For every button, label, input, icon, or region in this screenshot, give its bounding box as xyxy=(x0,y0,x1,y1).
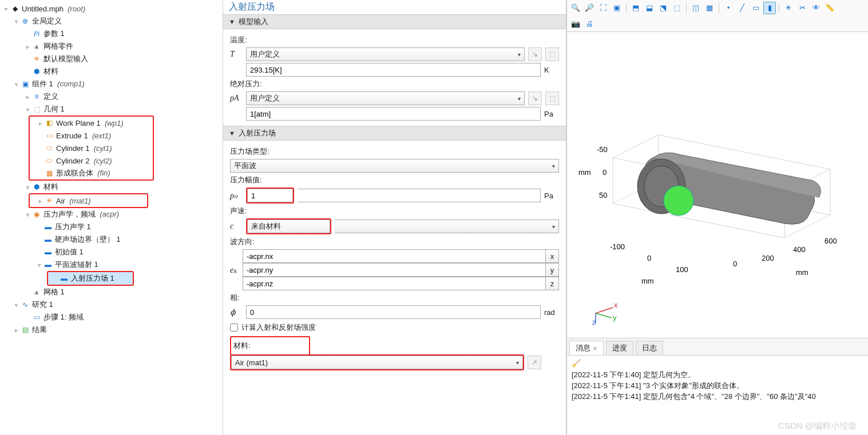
link-button[interactable]: ↘ xyxy=(528,91,542,105)
pA-input[interactable] xyxy=(246,107,541,121)
ftype-select[interactable]: 平面波▾ xyxy=(230,159,559,173)
tree-wp[interactable]: ▹ ◧ Work Plane 1 (wp1) xyxy=(30,117,153,129)
cylinder-icon: ⬭ xyxy=(45,143,54,153)
model-tree[interactable]: ▿ ◆ Untitled.mph (root) ▿ ⊕ 全局定义 Pi 参数 1… xyxy=(0,0,223,435)
close-icon[interactable]: × xyxy=(593,344,597,353)
physics-icon: ◉ xyxy=(32,210,41,219)
goto-button[interactable]: ↗ xyxy=(528,356,541,369)
tree-study[interactable]: ▿ ∿ 研究 1 xyxy=(0,298,223,311)
phi-input[interactable] xyxy=(246,305,541,319)
tree-materials[interactable]: ▿ ⬢ 材料 xyxy=(0,181,223,193)
file-icon: ◆ xyxy=(10,4,19,13)
tree-acpr[interactable]: ▿ ◉ 压力声学，频域 (acpr) xyxy=(0,208,223,221)
tree-materials-top[interactable]: ⬢ 材料 xyxy=(0,65,223,78)
zoom-out-icon[interactable]: 🔎 xyxy=(583,2,596,14)
message-body[interactable]: 🧹 [2022-11-5 下午1:40] 定型几何为空。 [2022-11-5 … xyxy=(567,356,868,435)
tree-defs[interactable]: ▹ ≡ 定义 xyxy=(0,90,223,103)
clip-icon[interactable]: ✂ xyxy=(796,2,808,14)
temp-select[interactable]: 用户定义▾ xyxy=(246,47,525,61)
expand-icon[interactable]: ▿ xyxy=(24,106,31,113)
calc-checkbox-row[interactable]: 计算入射和反射场强度 xyxy=(230,322,559,333)
redbox-c: 来自材料 xyxy=(246,218,331,234)
c-select-ext[interactable]: ▾ xyxy=(335,220,559,233)
ref-button[interactable]: ⬚ xyxy=(545,91,559,105)
temp-input[interactable] xyxy=(246,63,541,77)
tree-params[interactable]: Pi 参数 1 xyxy=(0,27,223,40)
zoom-in-icon[interactable]: 🔍 xyxy=(569,2,582,14)
svg-text:-50: -50 xyxy=(597,145,608,154)
tree-cyl2[interactable]: ⬭ Cylinder 2 (cyl2) xyxy=(30,154,153,167)
tree-step[interactable]: ▭ 步骤 1: 频域 xyxy=(0,311,223,324)
zoom-box-icon[interactable]: ▣ xyxy=(611,2,623,14)
tree-defmodel[interactable]: ✳ 默认模型输入 xyxy=(0,53,223,65)
tree-init[interactable]: ▬ 初始值 1 xyxy=(0,246,223,258)
svg-text:0: 0 xyxy=(603,168,607,177)
ekx-input[interactable] xyxy=(243,249,545,263)
tree-fin[interactable]: ▦ 形成联合体 (fin) xyxy=(30,167,153,179)
expand-icon[interactable]: ▹ xyxy=(37,197,43,204)
calc-checkbox[interactable] xyxy=(230,324,238,332)
tree-geom[interactable]: ▿ ⬚ 几何 1 xyxy=(0,103,223,115)
tree-pwr[interactable]: ▿ ▬ 平面波辐射 1 xyxy=(0,258,223,271)
select-point-icon[interactable]: • xyxy=(722,2,735,14)
ekz-input[interactable] xyxy=(243,277,545,290)
expand-icon[interactable]: ▹ xyxy=(24,93,31,100)
tree-wall[interactable]: ▬ 硬声场边界（壁） 1 xyxy=(0,233,223,246)
svg-point-8 xyxy=(664,186,693,215)
tab-progress[interactable]: 进度 xyxy=(606,341,633,355)
hide-icon[interactable]: 👁 xyxy=(810,2,822,14)
broom-icon[interactable]: 🧹 xyxy=(572,359,863,368)
zoom-extents-icon[interactable]: ⛶ xyxy=(597,2,609,14)
pA-select[interactable]: 用户定义▾ xyxy=(246,91,525,105)
measure-icon[interactable]: 📏 xyxy=(823,2,836,14)
tab-messages[interactable]: 消息 × xyxy=(569,341,604,355)
expand-icon[interactable]: ▿ xyxy=(24,211,31,218)
tree-mesh[interactable]: ▲ 网格 1 xyxy=(0,286,223,298)
eky-input[interactable] xyxy=(243,263,545,277)
wireframe-icon[interactable]: ▦ xyxy=(703,2,716,14)
tree-ipf[interactable]: ▬ 入射压力场 1 xyxy=(48,272,133,285)
view-xy-icon[interactable]: ⬒ xyxy=(629,2,642,14)
svg-text:50: 50 xyxy=(599,191,607,199)
p0-input-ext[interactable] xyxy=(298,189,541,202)
expand-icon[interactable]: ▿ xyxy=(2,5,9,12)
expand-icon[interactable]: ▿ xyxy=(24,183,31,190)
tab-log[interactable]: 日志 xyxy=(636,341,663,355)
view-yz-icon[interactable]: ⬓ xyxy=(643,2,656,14)
svg-text:100: 100 xyxy=(676,265,688,274)
expand-icon[interactable]: ▿ xyxy=(35,261,42,268)
camera-icon[interactable]: 📷 xyxy=(569,18,582,30)
ref-button[interactable]: ⬚ xyxy=(545,47,559,61)
tree-meshparts[interactable]: ▹ ▲ 网格零件 xyxy=(0,40,223,53)
select-boundary-icon[interactable]: ▭ xyxy=(750,2,762,14)
view-default-icon[interactable]: ⬚ xyxy=(671,2,683,14)
expand-icon[interactable]: ▿ xyxy=(13,81,19,87)
view-xz-icon[interactable]: ⬔ xyxy=(657,2,669,14)
scene-light-icon[interactable]: ☀ xyxy=(782,2,795,14)
mat-select[interactable]: Air (mat1)▾ xyxy=(231,356,523,369)
section-model-inputs[interactable]: ▼ 模型输入 xyxy=(223,14,566,29)
tree-root[interactable]: ▿ ◆ Untitled.mph (root) xyxy=(0,2,223,15)
expand-icon[interactable]: ▹ xyxy=(24,43,31,50)
tree-ext[interactable]: ▭ Extrude 1 (ext1) xyxy=(30,129,153,142)
tree-comp[interactable]: ▿ ▣ 组件 1 (comp1) xyxy=(0,78,223,90)
tree-air[interactable]: ▹ ✳ Air (mat1) xyxy=(30,194,147,207)
c-select[interactable]: 来自材料 xyxy=(247,220,330,233)
expand-icon[interactable]: ▹ xyxy=(37,119,43,126)
tree-results[interactable]: ▹ ▤ 结果 xyxy=(0,324,223,336)
print-icon[interactable]: 🖨 xyxy=(583,18,596,30)
p0-input[interactable] xyxy=(247,189,293,202)
select-edge-icon[interactable]: ╱ xyxy=(736,2,748,14)
axis-x: x xyxy=(545,249,559,263)
transparency-icon[interactable]: ◫ xyxy=(689,2,702,14)
graphics-view[interactable]: -50 0 50 mm -100 0 100 mm 0 200 400 600 … xyxy=(567,32,868,338)
tree-acpr1[interactable]: ▬ 压力声学 1 xyxy=(0,221,223,233)
expand-icon[interactable]: ▿ xyxy=(13,301,19,308)
expand-icon[interactable]: ▹ xyxy=(13,326,19,333)
section-ipf[interactable]: ▼ 入射压力场 xyxy=(223,126,566,141)
tree-cyl1[interactable]: ⬭ Cylinder 1 (cyl1) xyxy=(30,142,153,154)
link-button[interactable]: ↘ xyxy=(528,47,542,61)
tree-global[interactable]: ▿ ⊕ 全局定义 xyxy=(0,15,223,27)
select-domain-icon[interactable]: ▮ xyxy=(763,2,776,14)
expand-icon[interactable]: ▿ xyxy=(13,18,19,25)
